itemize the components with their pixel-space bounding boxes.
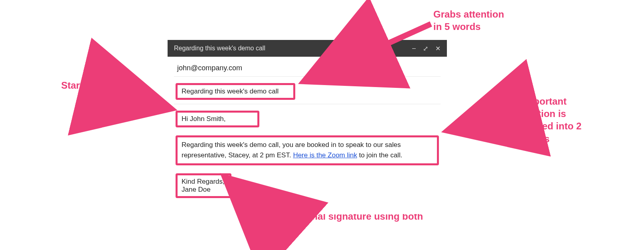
closing-text: Kind Regards, bbox=[182, 178, 225, 186]
callout-formal: Starts the emailformally bbox=[29, 79, 132, 104]
subject-box: Regarding this week's demo call bbox=[176, 83, 295, 100]
callout-attention: Grabs attentionin 5 words bbox=[433, 8, 545, 33]
divider bbox=[174, 76, 441, 77]
subject-field[interactable]: Regarding this week's demo call bbox=[182, 87, 279, 95]
body-box: Regarding this week's demo call, you are… bbox=[176, 135, 439, 165]
annotated-email-diagram: Grabs attentionin 5 words Starts the ema… bbox=[0, 0, 644, 250]
greeting-box: Hi John Smith, bbox=[176, 111, 259, 127]
signature-box: Kind Regards, Jane Doe bbox=[176, 173, 231, 198]
close-icon[interactable]: ✕ bbox=[435, 45, 441, 52]
minimize-icon[interactable]: – bbox=[412, 45, 416, 52]
divider bbox=[174, 104, 441, 104]
zoom-link[interactable]: Here is the Zoom link bbox=[293, 151, 357, 159]
body-text-post: to join the call. bbox=[357, 151, 402, 159]
sender-name: Jane Doe bbox=[182, 186, 225, 194]
callout-condensed: The importantinformation iscondensed int… bbox=[503, 95, 614, 145]
compose-body: john@company.com Regarding this week's d… bbox=[168, 57, 447, 214]
arrow-condensed bbox=[451, 118, 499, 130]
email-compose-window: Regarding this week's demo call – ⤢ ✕ jo… bbox=[168, 40, 447, 214]
greeting-text: Hi John Smith, bbox=[182, 115, 226, 123]
compose-header: Regarding this week's demo call – ⤢ ✕ bbox=[168, 40, 447, 57]
expand-icon[interactable]: ⤢ bbox=[423, 45, 428, 52]
to-field[interactable]: john@company.com bbox=[176, 59, 439, 76]
compose-title: Regarding this week's demo call bbox=[174, 45, 412, 52]
